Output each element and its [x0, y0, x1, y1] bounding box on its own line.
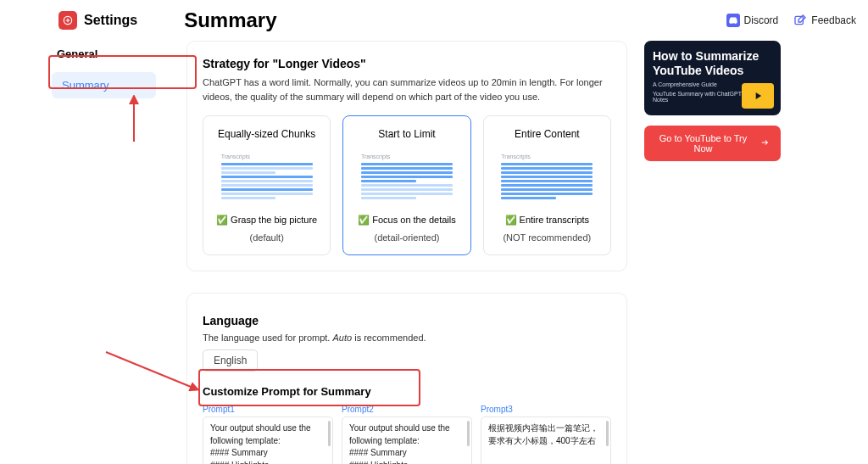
- strategy-option-entire[interactable]: Entire Content Transcripts ✅Entire trans…: [483, 115, 611, 255]
- play-icon: [742, 83, 774, 109]
- settings-label: Settings: [84, 13, 137, 28]
- language-desc: The language used for prompt. Auto is re…: [203, 333, 611, 343]
- language-prompt-card: Language The language used for prompt. A…: [186, 293, 627, 464]
- arrow-right-icon: [759, 138, 771, 148]
- feedback-label: Feedback: [811, 14, 856, 26]
- strategy-name: Start to Limit: [350, 128, 463, 140]
- strategy-card: Strategy for "Longer Videos" ChatGPT has…: [186, 41, 627, 271]
- sidebar: General Summary: [0, 41, 161, 464]
- prompt-label: Prompt3: [481, 405, 611, 414]
- language-title: Language: [203, 314, 611, 327]
- svg-marker-2: [756, 92, 761, 99]
- strategy-tag: ✅Grasp the big picture: [210, 215, 323, 226]
- app-logo-icon: [58, 11, 77, 30]
- cta-label: Go to YouTube to Try Now: [654, 133, 752, 154]
- transcript-graphic: Transcripts: [216, 148, 318, 204]
- strategy-option-chunks[interactable]: Equally-sized Chunks Transcripts ✅Grasp …: [203, 115, 331, 255]
- strategy-tag: ✅Focus on the details: [350, 215, 463, 226]
- cta-try-now-button[interactable]: Go to YouTube to Try Now: [644, 126, 781, 161]
- feedback-icon: [793, 14, 807, 27]
- strategy-tag: ✅Entire transcripts: [491, 215, 604, 226]
- language-select[interactable]: English: [203, 349, 258, 372]
- promo-card[interactable]: How to Summarize YouTube Videos A Compre…: [644, 41, 781, 115]
- sidebar-item-summary[interactable]: Summary: [52, 72, 156, 98]
- prompt-label: Prompt1: [203, 405, 333, 414]
- sidebar-item-general[interactable]: General: [47, 41, 161, 67]
- discord-icon: [726, 14, 740, 27]
- discord-link[interactable]: Discord: [726, 14, 779, 27]
- header: Settings Summary Discord Feedback: [0, 0, 868, 32]
- transcript-graphic: Transcripts: [496, 148, 598, 204]
- prompt-section-title: Customize Prompt for Summary: [203, 385, 611, 398]
- feedback-link[interactable]: Feedback: [793, 14, 856, 27]
- strategy-option-start[interactable]: Start to Limit Transcripts ✅Focus on the…: [342, 115, 470, 255]
- prompt-label: Prompt2: [342, 405, 472, 414]
- prompt-textarea-2[interactable]: Your output should use the following tem…: [342, 416, 472, 464]
- prompt-textarea-3[interactable]: 根据视频内容输出一篇笔记，要求有大小标题，400字左右: [481, 416, 611, 464]
- strategy-desc: ChatGPT has a word limit. Normally, you …: [203, 75, 611, 103]
- prompt-textarea-1[interactable]: Your output should use the following tem…: [203, 416, 333, 464]
- strategy-title: Strategy for "Longer Videos": [203, 57, 611, 70]
- strategy-sub: (NOT recommended): [491, 232, 604, 243]
- transcript-graphic: Transcripts: [356, 148, 458, 204]
- strategy-sub: (detail-oriented): [350, 232, 463, 243]
- strategy-name: Equally-sized Chunks: [210, 128, 323, 140]
- promo-title: How to Summarize YouTube Videos: [653, 49, 772, 78]
- strategy-name: Entire Content: [491, 128, 604, 140]
- page-title: Summary: [184, 8, 276, 32]
- strategy-sub: (default): [210, 232, 323, 243]
- discord-label: Discord: [744, 14, 779, 26]
